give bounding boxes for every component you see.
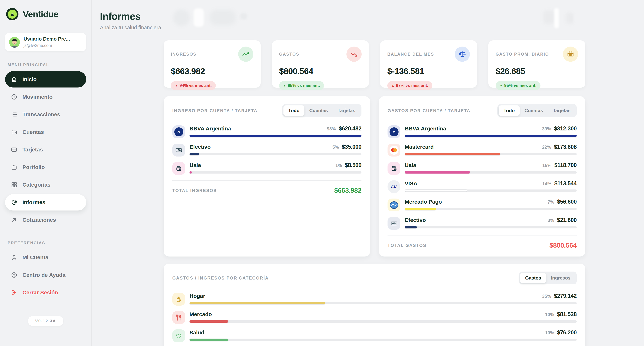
stat-card-value: $800.564 <box>279 66 362 76</box>
category-breakdown-panel: GASTOS / INGRESOS POR CATEGORÍA Gastos I… <box>164 264 585 346</box>
tab-gastos[interactable]: Gastos <box>520 273 546 283</box>
bbva-logo-icon <box>388 125 400 138</box>
trending-up-icon <box>238 47 254 62</box>
progress-bar <box>405 208 577 210</box>
tab-tarjetas[interactable]: Tarjetas <box>333 105 360 116</box>
account-row: Uala 1% $8.500 <box>172 162 362 175</box>
sidebar-item-cotizaciones[interactable]: Cotizaciones <box>5 212 86 228</box>
sidebar-item-centro-de-ayuda[interactable]: Centro de Ayuda <box>5 267 86 283</box>
ventidue-logo-icon <box>6 8 18 20</box>
stat-card-ingresos: INGRESOS $663.982 ▼ 94% vs mes ant. <box>164 40 261 88</box>
tab-todo[interactable]: Todo <box>499 105 520 116</box>
tab-todo[interactable]: Todo <box>284 105 304 116</box>
stat-card-balance: BALANCE DEL MES $-136.581 ▲ 97% vs mes a… <box>380 40 477 88</box>
stat-cards-row: INGRESOS $663.982 ▼ 94% vs mes ant. GAST… <box>164 40 585 88</box>
calendar-icon <box>563 47 578 62</box>
user-email: js@fw2me.com <box>24 43 70 48</box>
status-badge: ▼ 95% vs mes ant. <box>496 81 540 90</box>
income-filter-tabs: Todo Cuentas Tarjetas <box>282 104 362 117</box>
triangle-up-icon: ▲ <box>391 84 394 88</box>
sidebar-item-tarjetas[interactable]: Tarjetas <box>5 142 86 158</box>
trending-down-icon <box>346 47 362 62</box>
stat-card-label: GASTOS <box>279 52 299 57</box>
total-expenses-row: TOTAL GASTOS $800.564 <box>388 235 577 249</box>
wallet-icon <box>11 129 18 135</box>
mercado-pago-logo-icon <box>388 199 400 211</box>
panel-title: GASTOS POR CUENTA / TARJETA <box>388 108 470 113</box>
mug-icon <box>172 293 185 306</box>
sidebar-item-categorias[interactable]: Categorías <box>5 177 86 193</box>
sidebar-item-informes[interactable]: Informes <box>5 194 86 210</box>
page-subtitle: Analiza tu salud financiera. <box>100 25 644 31</box>
stat-card-value: $26.685 <box>496 66 578 76</box>
wallet-small-icon <box>172 162 185 175</box>
category-filter-tabs: Gastos Ingresos <box>519 271 577 284</box>
preferences-section-label: PREFERENCIAS <box>8 241 86 245</box>
progress-bar <box>405 189 577 192</box>
status-badge: ▼ 95% vs mes ant. <box>279 81 324 90</box>
progress-bar <box>405 135 577 137</box>
status-badge: ▲ 97% vs mes ant. <box>387 81 432 90</box>
sidebar-item-cuentas[interactable]: Cuentas <box>5 124 86 140</box>
pie-chart-icon <box>11 199 18 206</box>
mountain-icon <box>8 10 16 18</box>
panel-title: GASTOS / INGRESOS POR CATEGORÍA <box>172 275 269 281</box>
tab-tarjetas[interactable]: Tarjetas <box>548 105 576 116</box>
stat-card-label: INGRESOS <box>171 52 196 57</box>
arrow-up-right-icon <box>11 217 18 223</box>
tab-ingresos[interactable]: Ingresos <box>546 273 576 283</box>
logout-icon <box>11 289 18 296</box>
progress-bar <box>190 302 577 304</box>
wallet-small-icon <box>388 162 400 175</box>
sidebar-item-cerrar-sesion[interactable]: Cerrar Sesión <box>5 284 86 301</box>
stat-card-value: $-136.581 <box>387 66 470 76</box>
account-row: Mastercard 22% $173.608 <box>388 144 577 157</box>
account-row: Uala 15% $118.700 <box>388 162 577 175</box>
brand-name: Ventidue <box>23 9 58 19</box>
expenses-by-account-panel: GASTOS POR CUENTA / TARJETA Todo Cuentas… <box>379 96 585 256</box>
tab-cuentas[interactable]: Cuentas <box>520 105 548 116</box>
user-card[interactable]: Usuario Demo Pre... js@fw2me.com <box>5 33 86 51</box>
tab-cuentas[interactable]: Cuentas <box>304 105 333 116</box>
total-income-row: TOTAL INGRESOS $663.982 <box>172 180 362 194</box>
mastercard-icon <box>388 144 400 157</box>
visa-logo-icon: VISA <box>388 180 400 193</box>
user-name: Usuario Demo Pre... <box>24 36 70 42</box>
sidebar-item-portfolio[interactable]: Portfolio <box>5 159 86 175</box>
cash-icon <box>388 217 400 230</box>
triangle-down-icon: ▼ <box>500 84 503 88</box>
account-row: BBVA Argentina 39% $312.300 <box>388 125 577 138</box>
sidebar-item-inicio[interactable]: Inicio <box>5 71 86 88</box>
cutlery-icon <box>172 311 185 324</box>
sidebar-item-movimiento[interactable]: Movimiento <box>5 89 86 105</box>
account-row: Mercado Pago 7% $56.600 <box>388 199 577 211</box>
credit-card-icon <box>11 146 18 153</box>
sidebar-item-transacciones[interactable]: Transacciones <box>5 106 86 123</box>
stat-card-label: GASTO PROM. DIARIO <box>496 52 549 57</box>
account-row: Efectivo 5% $35.000 <box>172 144 362 157</box>
account-row: Efectivo 3% $21.800 <box>388 217 577 230</box>
progress-bar <box>190 338 577 341</box>
progress-bar <box>190 135 362 137</box>
stat-card-gasto-promedio: GASTO PROM. DIARIO $26.685 ▼ 95% vs mes … <box>488 40 585 88</box>
version-badge: V0.12.3A <box>28 316 63 326</box>
stat-card-value: $663.982 <box>171 66 254 76</box>
status-badge: ▼ 94% vs mes ant. <box>171 81 216 90</box>
sidebar-item-mi-cuenta[interactable]: Mi Cuenta <box>5 249 86 266</box>
brand: Ventidue <box>5 8 86 20</box>
help-circle-icon <box>11 272 18 278</box>
stat-card-gastos: GASTOS $800.564 ▼ 95% vs mes ant. <box>272 40 369 88</box>
triangle-down-icon: ▼ <box>175 84 178 88</box>
home-icon <box>11 76 18 83</box>
progress-bar <box>405 171 577 174</box>
preferences-nav: Mi Cuenta Centro de Ayuda Cerrar Sesión <box>5 249 86 302</box>
avatar <box>9 37 20 48</box>
plus-circle-icon <box>11 94 18 100</box>
triangle-down-icon: ▼ <box>283 84 286 88</box>
category-row: Hogar 35% $279.142 <box>172 293 577 306</box>
page-title: Informes <box>100 11 644 22</box>
scale-icon <box>455 47 470 62</box>
heart-icon <box>172 329 185 342</box>
income-by-account-panel: INGRESO POR CUENTA / TARJETA Todo Cuenta… <box>164 96 370 256</box>
grid-icon <box>11 182 18 188</box>
